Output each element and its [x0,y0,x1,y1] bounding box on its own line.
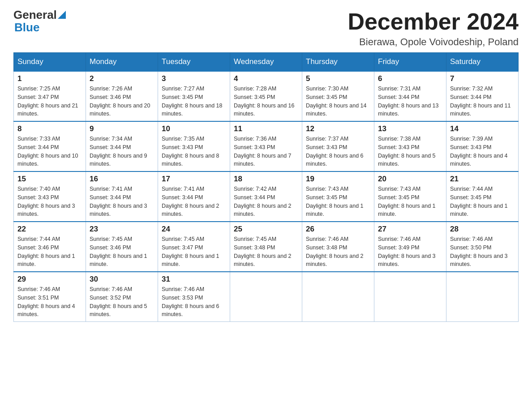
logo-blue: Blue [14,21,39,34]
day-info: Sunrise: 7:31 AM Sunset: 3:44 PM Dayligh… [378,85,442,118]
day-info: Sunrise: 7:40 AM Sunset: 3:43 PM Dayligh… [17,185,82,218]
weekday-header-tuesday: Tuesday [158,53,230,72]
day-cell: 5 Sunrise: 7:30 AM Sunset: 3:45 PM Dayli… [302,71,374,121]
day-cell: 29 Sunrise: 7:46 AM Sunset: 3:51 PM Dayl… [14,272,86,322]
day-info: Sunrise: 7:44 AM Sunset: 3:45 PM Dayligh… [450,185,515,218]
day-cell: 18 Sunrise: 7:42 AM Sunset: 3:44 PM Dayl… [230,171,302,222]
day-info: Sunrise: 7:41 AM Sunset: 3:44 PM Dayligh… [162,185,226,218]
day-cell: 23 Sunrise: 7:45 AM Sunset: 3:46 PM Dayl… [86,222,158,272]
day-number: 6 [378,74,442,83]
day-info: Sunrise: 7:30 AM Sunset: 3:45 PM Dayligh… [306,85,370,118]
day-info: Sunrise: 7:46 AM Sunset: 3:52 PM Dayligh… [90,285,154,319]
week-row-5: 29 Sunrise: 7:46 AM Sunset: 3:51 PM Dayl… [14,272,519,322]
day-number: 24 [162,225,226,234]
day-cell [230,272,302,322]
day-number: 21 [450,175,515,184]
week-row-3: 15 Sunrise: 7:40 AM Sunset: 3:43 PM Dayl… [14,171,519,222]
day-info: Sunrise: 7:45 AM Sunset: 3:47 PM Dayligh… [162,235,226,269]
day-number: 31 [162,275,226,284]
month-title: December 2024 [348,9,519,34]
day-number: 14 [450,124,515,133]
day-number: 20 [378,175,442,184]
day-number: 28 [450,225,515,234]
day-info: Sunrise: 7:46 AM Sunset: 3:53 PM Dayligh… [162,285,226,319]
day-cell: 10 Sunrise: 7:35 AM Sunset: 3:43 PM Dayl… [158,121,230,171]
day-cell: 30 Sunrise: 7:46 AM Sunset: 3:52 PM Dayl… [86,272,158,322]
day-number: 10 [162,124,226,133]
day-info: Sunrise: 7:38 AM Sunset: 3:43 PM Dayligh… [378,135,442,168]
day-cell: 6 Sunrise: 7:31 AM Sunset: 3:44 PM Dayli… [374,71,446,121]
day-cell: 20 Sunrise: 7:43 AM Sunset: 3:45 PM Dayl… [374,171,446,222]
day-number: 15 [17,175,82,184]
day-number: 27 [378,225,442,234]
day-info: Sunrise: 7:46 AM Sunset: 3:48 PM Dayligh… [306,235,370,269]
day-cell: 28 Sunrise: 7:46 AM Sunset: 3:50 PM Dayl… [446,222,519,272]
day-info: Sunrise: 7:42 AM Sunset: 3:44 PM Dayligh… [234,185,298,218]
day-info: Sunrise: 7:45 AM Sunset: 3:48 PM Dayligh… [234,235,298,269]
day-info: Sunrise: 7:27 AM Sunset: 3:45 PM Dayligh… [162,85,226,118]
day-info: Sunrise: 7:34 AM Sunset: 3:44 PM Dayligh… [90,135,154,168]
day-number: 9 [90,124,154,133]
week-row-2: 8 Sunrise: 7:33 AM Sunset: 3:44 PM Dayli… [14,121,519,171]
day-cell: 7 Sunrise: 7:32 AM Sunset: 3:44 PM Dayli… [446,71,519,121]
day-cell: 26 Sunrise: 7:46 AM Sunset: 3:48 PM Dayl… [302,222,374,272]
day-cell: 22 Sunrise: 7:44 AM Sunset: 3:46 PM Dayl… [14,222,86,272]
day-number: 7 [450,74,515,83]
day-cell: 24 Sunrise: 7:45 AM Sunset: 3:47 PM Dayl… [158,222,230,272]
day-number: 25 [234,225,298,234]
weekday-header-thursday: Thursday [302,53,374,72]
day-info: Sunrise: 7:32 AM Sunset: 3:44 PM Dayligh… [450,85,515,118]
weekday-header-friday: Friday [374,53,446,72]
day-info: Sunrise: 7:41 AM Sunset: 3:44 PM Dayligh… [90,185,154,218]
day-info: Sunrise: 7:43 AM Sunset: 3:45 PM Dayligh… [306,185,370,218]
day-cell [446,272,519,322]
day-number: 19 [306,175,370,184]
day-number: 12 [306,124,370,133]
day-number: 30 [90,275,154,284]
day-number: 16 [90,175,154,184]
week-row-4: 22 Sunrise: 7:44 AM Sunset: 3:46 PM Dayl… [14,222,519,272]
day-info: Sunrise: 7:46 AM Sunset: 3:50 PM Dayligh… [450,235,515,269]
day-cell [374,272,446,322]
weekday-header-sunday: Sunday [14,53,86,72]
day-cell: 14 Sunrise: 7:39 AM Sunset: 3:43 PM Dayl… [446,121,519,171]
day-cell: 12 Sunrise: 7:37 AM Sunset: 3:43 PM Dayl… [302,121,374,171]
day-number: 29 [17,275,82,284]
location-title: Bierawa, Opole Voivodeship, Poland [348,36,519,48]
day-info: Sunrise: 7:39 AM Sunset: 3:43 PM Dayligh… [450,135,515,168]
day-number: 26 [306,225,370,234]
day-cell: 17 Sunrise: 7:41 AM Sunset: 3:44 PM Dayl… [158,171,230,222]
day-cell: 8 Sunrise: 7:33 AM Sunset: 3:44 PM Dayli… [14,121,86,171]
week-row-1: 1 Sunrise: 7:25 AM Sunset: 3:47 PM Dayli… [14,71,519,121]
day-info: Sunrise: 7:43 AM Sunset: 3:45 PM Dayligh… [378,185,442,218]
day-info: Sunrise: 7:28 AM Sunset: 3:45 PM Dayligh… [234,85,298,118]
day-cell: 13 Sunrise: 7:38 AM Sunset: 3:43 PM Dayl… [374,121,446,171]
day-number: 8 [17,124,82,133]
page-header: General Blue December 2024 Bierawa, Opol… [13,9,519,48]
day-cell: 1 Sunrise: 7:25 AM Sunset: 3:47 PM Dayli… [14,71,86,121]
day-cell: 27 Sunrise: 7:46 AM Sunset: 3:49 PM Dayl… [374,222,446,272]
weekday-header-row: SundayMondayTuesdayWednesdayThursdayFrid… [14,53,519,72]
day-cell: 9 Sunrise: 7:34 AM Sunset: 3:44 PM Dayli… [86,121,158,171]
title-block: December 2024 Bierawa, Opole Voivodeship… [348,9,519,48]
day-info: Sunrise: 7:37 AM Sunset: 3:43 PM Dayligh… [306,135,370,168]
day-number: 17 [162,175,226,184]
day-number: 13 [378,124,442,133]
day-cell: 19 Sunrise: 7:43 AM Sunset: 3:45 PM Dayl… [302,171,374,222]
day-cell: 31 Sunrise: 7:46 AM Sunset: 3:53 PM Dayl… [158,272,230,322]
day-info: Sunrise: 7:26 AM Sunset: 3:46 PM Dayligh… [90,85,154,118]
day-cell: 15 Sunrise: 7:40 AM Sunset: 3:43 PM Dayl… [14,171,86,222]
day-info: Sunrise: 7:33 AM Sunset: 3:44 PM Dayligh… [17,135,82,168]
day-cell: 4 Sunrise: 7:28 AM Sunset: 3:45 PM Dayli… [230,71,302,121]
day-info: Sunrise: 7:46 AM Sunset: 3:51 PM Dayligh… [17,285,82,319]
weekday-header-monday: Monday [86,53,158,72]
day-number: 22 [17,225,82,234]
day-cell: 16 Sunrise: 7:41 AM Sunset: 3:44 PM Dayl… [86,171,158,222]
day-number: 2 [90,74,154,83]
day-cell: 25 Sunrise: 7:45 AM Sunset: 3:48 PM Dayl… [230,222,302,272]
calendar-table: SundayMondayTuesdayWednesdayThursdayFrid… [13,52,519,322]
day-number: 18 [234,175,298,184]
day-info: Sunrise: 7:45 AM Sunset: 3:46 PM Dayligh… [90,235,154,269]
logo: General Blue [13,9,66,34]
logo-arrow-icon [58,11,66,19]
